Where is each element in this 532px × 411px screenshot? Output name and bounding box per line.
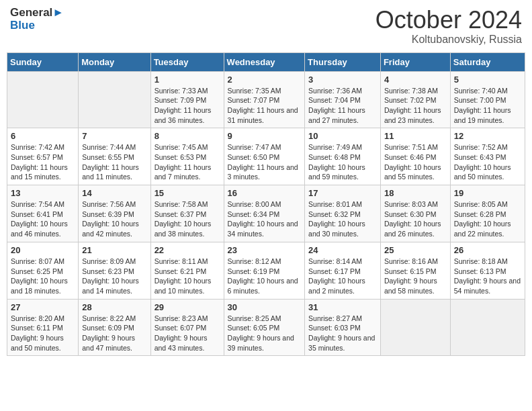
calendar-cell: 16 Sunrise: 8:00 AM Sunset: 6:34 PM Dayl… — [224, 185, 305, 242]
weekday-header-tuesday: Tuesday — [150, 52, 224, 71]
calendar-cell: 22 Sunrise: 8:11 AM Sunset: 6:21 PM Dayl… — [150, 242, 224, 299]
calendar-cell — [7, 71, 79, 128]
day-info: Sunrise: 8:01 AM Sunset: 6:32 PM Dayligh… — [308, 199, 377, 239]
weekday-header-row: SundayMondayTuesdayWednesdayThursdayFrid… — [7, 52, 525, 71]
day-info: Sunrise: 8:03 AM Sunset: 6:30 PM Dayligh… — [384, 199, 447, 239]
day-number: 7 — [82, 131, 146, 141]
day-info: Sunrise: 8:18 AM Sunset: 6:13 PM Dayligh… — [454, 257, 521, 296]
day-info: Sunrise: 8:07 AM Sunset: 6:25 PM Dayligh… — [11, 257, 75, 296]
day-number: 28 — [82, 302, 146, 312]
calendar-cell: 20 Sunrise: 8:07 AM Sunset: 6:25 PM Dayl… — [7, 242, 79, 299]
calendar-cell: 21 Sunrise: 8:09 AM Sunset: 6:23 PM Dayl… — [79, 242, 150, 299]
day-number: 4 — [384, 75, 447, 85]
day-number: 13 — [11, 188, 75, 198]
day-info: Sunrise: 7:42 AM Sunset: 6:57 PM Dayligh… — [11, 142, 75, 182]
calendar-cell: 2 Sunrise: 7:35 AM Sunset: 7:07 PM Dayli… — [224, 71, 305, 128]
day-number: 23 — [228, 245, 302, 255]
calendar-cell — [450, 299, 525, 356]
calendar-cell: 12 Sunrise: 7:52 AM Sunset: 6:43 PM Dayl… — [450, 128, 525, 185]
day-info: Sunrise: 7:52 AM Sunset: 6:43 PM Dayligh… — [454, 142, 521, 182]
day-info: Sunrise: 7:45 AM Sunset: 6:53 PM Dayligh… — [154, 142, 220, 182]
calendar-cell: 9 Sunrise: 7:47 AM Sunset: 6:50 PM Dayli… — [224, 128, 305, 185]
logo: General► Blue — [10, 7, 64, 32]
day-info: Sunrise: 7:33 AM Sunset: 7:09 PM Dayligh… — [154, 86, 220, 126]
calendar-cell: 24 Sunrise: 8:14 AM Sunset: 6:17 PM Dayl… — [305, 242, 381, 299]
day-info: Sunrise: 7:35 AM Sunset: 7:07 PM Dayligh… — [228, 86, 302, 126]
day-number: 3 — [308, 75, 377, 85]
calendar-cell: 15 Sunrise: 7:58 AM Sunset: 6:37 PM Dayl… — [150, 185, 224, 242]
calendar-cell: 4 Sunrise: 7:38 AM Sunset: 7:02 PM Dayli… — [380, 71, 450, 128]
day-info: Sunrise: 8:20 AM Sunset: 6:11 PM Dayligh… — [11, 314, 75, 353]
day-number: 14 — [82, 188, 146, 198]
day-info: Sunrise: 7:58 AM Sunset: 6:37 PM Dayligh… — [154, 199, 220, 239]
day-number: 11 — [384, 131, 447, 141]
day-info: Sunrise: 7:38 AM Sunset: 7:02 PM Dayligh… — [384, 86, 447, 126]
day-info: Sunrise: 7:44 AM Sunset: 6:55 PM Dayligh… — [82, 142, 146, 182]
day-info: Sunrise: 8:16 AM Sunset: 6:15 PM Dayligh… — [384, 257, 447, 296]
calendar-table: SundayMondayTuesdayWednesdayThursdayFrid… — [7, 52, 525, 357]
day-number: 27 — [11, 302, 75, 312]
week-row-4: 20 Sunrise: 8:07 AM Sunset: 6:25 PM Dayl… — [7, 242, 525, 299]
day-info: Sunrise: 7:56 AM Sunset: 6:39 PM Dayligh… — [82, 199, 146, 239]
weekday-header-wednesday: Wednesday — [224, 52, 305, 71]
weekday-header-saturday: Saturday — [450, 52, 525, 71]
calendar-cell: 8 Sunrise: 7:45 AM Sunset: 6:53 PM Dayli… — [150, 128, 224, 185]
calendar-cell: 10 Sunrise: 7:49 AM Sunset: 6:48 PM Dayl… — [305, 128, 381, 185]
day-info: Sunrise: 8:14 AM Sunset: 6:17 PM Dayligh… — [308, 257, 377, 296]
day-number: 20 — [11, 245, 75, 255]
day-number: 25 — [384, 245, 447, 255]
day-number: 18 — [384, 188, 447, 198]
logo-general: General► — [10, 7, 64, 19]
day-info: Sunrise: 8:11 AM Sunset: 6:21 PM Dayligh… — [154, 257, 220, 296]
week-row-1: 1 Sunrise: 7:33 AM Sunset: 7:09 PM Dayli… — [7, 71, 525, 128]
day-number: 31 — [308, 302, 377, 312]
day-info: Sunrise: 8:25 AM Sunset: 6:05 PM Dayligh… — [228, 314, 302, 353]
day-number: 16 — [228, 188, 302, 198]
day-number: 2 — [228, 75, 302, 85]
day-info: Sunrise: 8:27 AM Sunset: 6:03 PM Dayligh… — [308, 314, 377, 353]
day-number: 8 — [154, 131, 220, 141]
calendar-cell: 28 Sunrise: 8:22 AM Sunset: 6:09 PM Dayl… — [79, 299, 150, 356]
calendar-cell: 5 Sunrise: 7:40 AM Sunset: 7:00 PM Dayli… — [450, 71, 525, 128]
calendar-cell: 31 Sunrise: 8:27 AM Sunset: 6:03 PM Dayl… — [305, 299, 381, 356]
day-number: 6 — [11, 131, 75, 141]
title-block: October 2024 Koltubanovskiy, Russia — [375, 7, 522, 46]
weekday-header-sunday: Sunday — [7, 52, 79, 71]
calendar-cell: 17 Sunrise: 8:01 AM Sunset: 6:32 PM Dayl… — [305, 185, 381, 242]
day-info: Sunrise: 8:00 AM Sunset: 6:34 PM Dayligh… — [228, 199, 302, 239]
calendar-cell: 7 Sunrise: 7:44 AM Sunset: 6:55 PM Dayli… — [79, 128, 150, 185]
day-info: Sunrise: 8:23 AM Sunset: 6:07 PM Dayligh… — [154, 314, 220, 353]
day-number: 1 — [154, 75, 220, 85]
day-number: 12 — [454, 131, 521, 141]
day-number: 24 — [308, 245, 377, 255]
month-title: October 2024 — [375, 7, 522, 34]
day-number: 30 — [228, 302, 302, 312]
week-row-5: 27 Sunrise: 8:20 AM Sunset: 6:11 PM Dayl… — [7, 299, 525, 356]
day-number: 22 — [154, 245, 220, 255]
page-header: General► Blue October 2024 Koltubanovski… — [7, 7, 525, 46]
day-number: 9 — [228, 131, 302, 141]
day-info: Sunrise: 7:54 AM Sunset: 6:41 PM Dayligh… — [11, 199, 75, 239]
day-number: 19 — [454, 188, 521, 198]
calendar-cell: 6 Sunrise: 7:42 AM Sunset: 6:57 PM Dayli… — [7, 128, 79, 185]
calendar-cell: 14 Sunrise: 7:56 AM Sunset: 6:39 PM Dayl… — [79, 185, 150, 242]
weekday-header-monday: Monday — [79, 52, 150, 71]
calendar-cell — [380, 299, 450, 356]
day-info: Sunrise: 8:05 AM Sunset: 6:28 PM Dayligh… — [454, 199, 521, 239]
logo-blue: Blue — [10, 19, 64, 32]
calendar-cell: 11 Sunrise: 7:51 AM Sunset: 6:46 PM Dayl… — [380, 128, 450, 185]
day-info: Sunrise: 8:12 AM Sunset: 6:19 PM Dayligh… — [228, 257, 302, 296]
calendar-cell: 19 Sunrise: 8:05 AM Sunset: 6:28 PM Dayl… — [450, 185, 525, 242]
weekday-header-thursday: Thursday — [305, 52, 381, 71]
day-info: Sunrise: 8:22 AM Sunset: 6:09 PM Dayligh… — [82, 314, 146, 353]
calendar-cell: 1 Sunrise: 7:33 AM Sunset: 7:09 PM Dayli… — [150, 71, 224, 128]
day-number: 17 — [308, 188, 377, 198]
day-number: 5 — [454, 75, 521, 85]
day-info: Sunrise: 7:49 AM Sunset: 6:48 PM Dayligh… — [308, 142, 377, 182]
day-number: 29 — [154, 302, 220, 312]
calendar-cell: 13 Sunrise: 7:54 AM Sunset: 6:41 PM Dayl… — [7, 185, 79, 242]
calendar-cell: 23 Sunrise: 8:12 AM Sunset: 6:19 PM Dayl… — [224, 242, 305, 299]
day-number: 15 — [154, 188, 220, 198]
day-number: 10 — [308, 131, 377, 141]
calendar-cell: 25 Sunrise: 8:16 AM Sunset: 6:15 PM Dayl… — [380, 242, 450, 299]
